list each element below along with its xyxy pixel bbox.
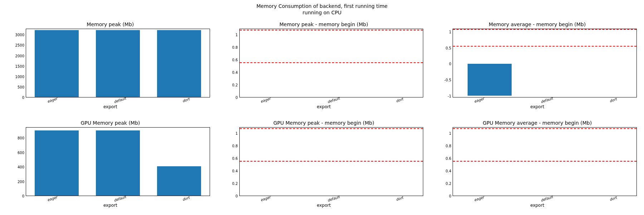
suptitle-line1: Memory Consumption of backend, first run… bbox=[257, 3, 387, 9]
plot-area bbox=[453, 127, 637, 196]
plot-area bbox=[239, 29, 424, 97]
bar-default bbox=[96, 130, 140, 196]
ytick: 1000 bbox=[15, 75, 24, 78]
xtick: eager bbox=[260, 195, 271, 202]
xtick: dort bbox=[609, 97, 617, 103]
x-ticks: eager default dort bbox=[217, 98, 431, 102]
x-ticks: eager default dort bbox=[430, 197, 644, 201]
xtick: eager bbox=[47, 195, 58, 202]
xtick: dort bbox=[609, 196, 617, 202]
x-label: export bbox=[317, 203, 331, 208]
plot-area bbox=[453, 29, 637, 97]
ytick: 400 bbox=[18, 165, 24, 169]
subplot-title: GPU Memory peak (Mb) bbox=[80, 120, 140, 126]
ytick: 0 bbox=[22, 96, 24, 100]
ytick: 0.4 bbox=[232, 169, 238, 173]
y-axis: 1 0.5 0 -0.5 -1 bbox=[438, 29, 453, 97]
ytick: 2000 bbox=[15, 54, 24, 58]
bar-eager bbox=[35, 30, 79, 97]
xtick: eager bbox=[260, 97, 271, 104]
ytick: 1 bbox=[449, 132, 451, 135]
x-label: export bbox=[530, 203, 544, 208]
ref-line-low bbox=[240, 161, 423, 162]
ytick: 0.4 bbox=[232, 71, 238, 75]
ytick: 2500 bbox=[15, 43, 24, 47]
subplot-grid: Memory peak (Mb) 3000 2500 2000 1500 100… bbox=[11, 22, 637, 208]
suptitle: Memory Consumption of backend, first run… bbox=[0, 3, 644, 16]
subplot-title: Memory average - memory begin (Mb) bbox=[489, 22, 586, 27]
y-axis: 1 0.8 0.6 0.4 0.2 0 bbox=[438, 127, 453, 196]
xtick: eager bbox=[47, 97, 58, 104]
ref-line-low bbox=[453, 161, 636, 162]
ytick: 0 bbox=[235, 194, 238, 198]
xtick: eager bbox=[474, 97, 485, 104]
subplot-memory-peak: Memory peak (Mb) 3000 2500 2000 1500 100… bbox=[11, 22, 210, 109]
x-ticks: eager default dort bbox=[217, 197, 431, 201]
ytick: 0 bbox=[449, 62, 451, 66]
ytick: 1 bbox=[235, 33, 238, 37]
ref-line-low bbox=[240, 62, 423, 63]
ref-line-high bbox=[453, 29, 636, 30]
ytick: 3000 bbox=[15, 33, 24, 37]
plot-area bbox=[239, 127, 424, 196]
bar-dort bbox=[157, 30, 201, 97]
plot-area bbox=[26, 127, 210, 196]
ytick: 0.2 bbox=[232, 182, 238, 186]
ytick: 200 bbox=[18, 180, 24, 183]
subplot-memory-avg-delta: Memory average - memory begin (Mb) 1 0.5… bbox=[438, 22, 637, 109]
ytick: 0.5 bbox=[445, 46, 451, 50]
bar-eager bbox=[468, 64, 512, 95]
subplot-title: GPU Memory peak - memory begin (Mb) bbox=[273, 120, 374, 126]
xtick: dort bbox=[396, 97, 404, 103]
ref-line-low bbox=[453, 46, 636, 47]
subplot-gpu-memory-peak: GPU Memory peak (Mb) 800 600 400 200 0 bbox=[11, 120, 210, 208]
ytick: 1 bbox=[449, 30, 451, 34]
x-ticks: eager default dort bbox=[3, 197, 218, 201]
bar-dort bbox=[157, 166, 201, 196]
subplot-memory-peak-delta: Memory peak - memory begin (Mb) 1 0.8 0.… bbox=[224, 22, 424, 109]
subplot-gpu-memory-peak-delta: GPU Memory peak - memory begin (Mb) 1 0.… bbox=[224, 120, 424, 208]
ytick: 0 bbox=[22, 194, 24, 198]
x-ticks: eager default dort bbox=[3, 98, 218, 102]
ytick: 0 bbox=[449, 194, 451, 198]
figure: Memory Consumption of backend, first run… bbox=[0, 0, 644, 215]
ref-line-high bbox=[240, 128, 423, 129]
xtick: dort bbox=[182, 97, 190, 103]
bar-eager bbox=[35, 130, 79, 196]
ytick: 0.8 bbox=[232, 144, 238, 148]
ytick: -1 bbox=[448, 94, 451, 98]
ref-line-high bbox=[453, 128, 636, 129]
ytick: 500 bbox=[18, 85, 24, 89]
y-axis: 3000 2500 2000 1500 1000 500 0 bbox=[11, 29, 26, 97]
suptitle-line2: running on CPU bbox=[303, 10, 342, 15]
x-label: export bbox=[103, 104, 117, 109]
ytick: 600 bbox=[18, 150, 24, 154]
ytick: 800 bbox=[18, 136, 24, 140]
ytick: 1 bbox=[235, 132, 238, 135]
plot-area bbox=[26, 29, 210, 97]
ytick: 0.8 bbox=[445, 144, 451, 148]
ytick: 0.6 bbox=[232, 58, 238, 62]
x-ticks: eager default dort bbox=[430, 98, 644, 102]
bar-default bbox=[96, 30, 140, 97]
ytick: 0.8 bbox=[232, 46, 238, 49]
subplot-title: Memory peak - memory begin (Mb) bbox=[279, 22, 368, 27]
y-axis: 800 600 400 200 0 bbox=[11, 127, 26, 196]
ytick: 0.6 bbox=[445, 157, 451, 161]
subplot-title: GPU Memory average - memory begin (Mb) bbox=[483, 120, 592, 126]
subplot-gpu-memory-avg-delta: GPU Memory average - memory begin (Mb) 1… bbox=[438, 120, 637, 208]
ytick: 0.6 bbox=[232, 157, 238, 161]
y-axis: 1 0.8 0.6 0.4 0.2 0 bbox=[224, 127, 239, 196]
ytick: 0.2 bbox=[445, 182, 451, 186]
x-label: export bbox=[317, 104, 331, 109]
y-axis: 1 0.8 0.6 0.4 0.2 0 bbox=[224, 29, 239, 97]
ytick: 1500 bbox=[15, 64, 24, 68]
ytick: 0 bbox=[235, 96, 238, 100]
ytick: 0.4 bbox=[445, 169, 451, 173]
ref-line-high bbox=[240, 30, 423, 30]
xtick: dort bbox=[396, 196, 404, 202]
x-label: export bbox=[103, 203, 117, 208]
x-label: export bbox=[530, 104, 544, 109]
subplot-title: Memory peak (Mb) bbox=[87, 22, 134, 27]
xtick: eager bbox=[474, 195, 485, 202]
